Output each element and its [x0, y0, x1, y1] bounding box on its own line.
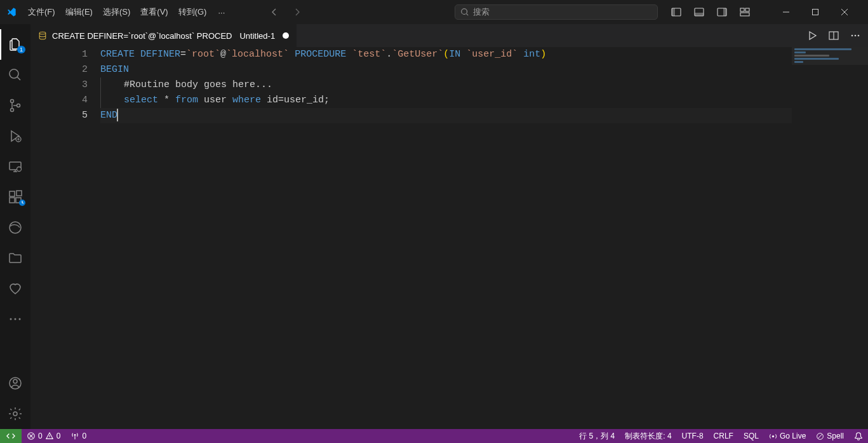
status-cursor[interactable]: 行 5，列 4 — [574, 429, 620, 443]
status-tabsize[interactable]: 制表符长度: 4 — [620, 429, 676, 443]
error-icon — [27, 432, 36, 440]
activity-account[interactable] — [0, 368, 30, 399]
editor[interactable]: 1 2 3 4 5 CREATE DEFINER=`root`@`localho… — [30, 47, 868, 429]
edge-icon — [8, 220, 23, 235]
status-problems[interactable]: 0 0 — [22, 429, 65, 443]
activity-favorites[interactable] — [0, 273, 30, 304]
activity-search[interactable] — [0, 60, 30, 90]
code-area[interactable]: CREATE DEFINER=`root`@`localhost` PROCED… — [100, 47, 868, 429]
status-notifications[interactable] — [849, 429, 868, 443]
status-eol[interactable]: CRLF — [709, 429, 738, 443]
svg-point-17 — [17, 167, 22, 172]
svg-point-11 — [10, 69, 18, 78]
svg-point-23 — [10, 318, 12, 320]
menu-edit[interactable]: 编辑(E) — [60, 3, 98, 22]
cursor — [117, 109, 118, 121]
gear-icon — [8, 406, 23, 421]
debug-icon — [8, 128, 23, 144]
menu-view[interactable]: 查看(V) — [135, 3, 173, 22]
code-line[interactable]: CREATE DEFINER=`root`@`localhost` PROCED… — [100, 47, 868, 62]
status-ports[interactable]: 0 — [65, 429, 91, 443]
heart-icon — [8, 281, 23, 296]
svg-point-32 — [855, 35, 857, 37]
extensions-badge — [19, 200, 25, 206]
ellipsis-icon — [8, 311, 23, 327]
activity-extensions[interactable] — [0, 182, 30, 212]
status-language[interactable]: SQL — [738, 429, 764, 443]
svg-point-0 — [462, 9, 467, 15]
remote-indicator[interactable] — [0, 429, 22, 443]
tabbar: CREATE DEFINER=`root`@`localhost` PROCED… — [30, 24, 868, 47]
menu-select[interactable]: 选择(S) — [98, 3, 135, 22]
status-spell[interactable]: Spell — [811, 429, 849, 443]
svg-point-12 — [11, 100, 14, 103]
explorer-badge: 1 — [17, 46, 25, 53]
menu-file[interactable]: 文件(F) — [23, 3, 60, 22]
nav-arrows — [269, 7, 302, 17]
svg-rect-18 — [10, 191, 15, 196]
activity-more[interactable] — [0, 304, 30, 334]
tab-untitled: Untitled-1 — [239, 31, 275, 41]
svg-point-14 — [17, 104, 20, 107]
svg-point-29 — [39, 32, 46, 34]
antenna-icon — [70, 432, 79, 440]
status-golive[interactable]: Go Live — [764, 429, 811, 443]
svg-rect-6 — [723, 8, 726, 16]
svg-rect-19 — [10, 198, 15, 203]
svg-point-13 — [11, 109, 14, 112]
database-icon — [38, 31, 47, 40]
svg-point-28 — [13, 412, 17, 416]
warning-icon — [45, 432, 54, 440]
window-maximize[interactable] — [801, 0, 830, 24]
layout-left-icon[interactable] — [671, 7, 681, 17]
titlebar: 文件(F) 编辑(E) 选择(S) 查看(V) 转到(G) ··· 搜索 — [0, 0, 868, 24]
activity-settings[interactable] — [0, 399, 30, 429]
layout-bottom-icon[interactable] — [694, 7, 704, 17]
svg-rect-2 — [672, 8, 675, 16]
tab-dirty-indicator — [283, 32, 289, 39]
activity-remote[interactable] — [0, 151, 30, 182]
folder-icon — [8, 250, 23, 266]
window-minimize[interactable] — [771, 0, 801, 24]
status-encoding[interactable]: UTF-8 — [677, 429, 709, 443]
activity-scm[interactable] — [0, 90, 30, 121]
run-icon[interactable] — [807, 31, 817, 41]
line-numbers: 1 2 3 4 5 — [30, 47, 100, 429]
code-line[interactable]: BEGIN — [100, 62, 868, 78]
nav-back-icon[interactable] — [269, 7, 279, 17]
split-editor-icon[interactable] — [829, 31, 839, 41]
code-line[interactable]: END — [100, 108, 868, 123]
minimap[interactable] — [792, 47, 868, 429]
search-icon — [460, 8, 469, 17]
bell-icon — [854, 432, 863, 440]
svg-rect-10 — [813, 10, 818, 15]
window-close[interactable] — [830, 0, 859, 24]
search-icon — [8, 67, 23, 83]
layout-right-icon[interactable] — [717, 7, 727, 17]
activity-edge[interactable] — [0, 212, 30, 243]
svg-point-24 — [15, 318, 17, 320]
editor-tab[interactable]: CREATE DEFINER=`root`@`localhost` PROCED… — [30, 24, 297, 47]
search-box[interactable]: 搜索 — [455, 4, 658, 20]
block-icon — [816, 432, 824, 440]
nav-forward-icon[interactable] — [292, 7, 302, 17]
menubar: 文件(F) 编辑(E) 选择(S) 查看(V) 转到(G) — [23, 3, 211, 22]
svg-point-33 — [858, 35, 860, 37]
remote-icon — [6, 432, 15, 440]
svg-rect-9 — [740, 13, 749, 16]
menu-goto[interactable]: 转到(G) — [173, 3, 212, 22]
svg-rect-4 — [695, 13, 704, 16]
activity-debug[interactable] — [0, 121, 30, 151]
more-actions-icon[interactable] — [850, 31, 860, 41]
activitybar: 1 — [0, 24, 30, 429]
account-icon — [8, 376, 23, 391]
menu-more[interactable]: ··· — [211, 4, 231, 21]
svg-point-31 — [851, 35, 853, 37]
svg-rect-8 — [745, 8, 749, 11]
broadcast-icon — [769, 432, 777, 440]
layout-custom-icon[interactable] — [740, 7, 750, 17]
activity-explorer[interactable]: 1 — [0, 29, 30, 60]
code-line[interactable]: #Routine body goes here... — [100, 78, 868, 93]
activity-folder[interactable] — [0, 243, 30, 273]
code-line[interactable]: select * from user where id=user_id; — [100, 93, 868, 108]
